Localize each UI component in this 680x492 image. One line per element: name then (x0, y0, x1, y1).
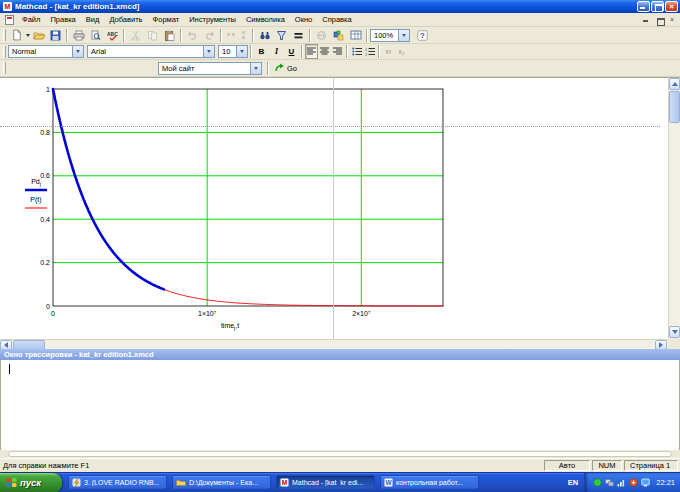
menu-window[interactable]: Окно (290, 14, 317, 25)
worksheet[interactable]: 01×10⁷2×10⁷10.80.60.40.20timej,tPdjP(t) (0, 77, 680, 349)
bullet-list-button[interactable] (350, 44, 363, 59)
tray-signal-icon[interactable] (617, 478, 626, 487)
minimize-button[interactable] (637, 1, 650, 12)
print-button[interactable] (70, 28, 87, 43)
tray-display-icon[interactable] (641, 478, 650, 487)
svg-text:1: 1 (46, 86, 50, 93)
toolbar-grip[interactable] (3, 29, 6, 41)
insert-table-button[interactable] (347, 28, 364, 43)
menu-file[interactable]: Файл (17, 14, 45, 25)
zoom-dropdown-icon[interactable] (398, 30, 409, 41)
scroll-up-button[interactable] (669, 78, 680, 90)
copy-button[interactable] (144, 28, 161, 43)
page-break-line (0, 126, 660, 127)
insert-function-button[interactable] (256, 28, 273, 43)
taskbar-task-winamp[interactable]: 3. (LOVE RADIO RNB... (68, 475, 167, 490)
window-titlebar: M Mathcad - [kat_kr edition1.xmcd] × (0, 0, 680, 13)
svg-text:0: 0 (51, 310, 55, 317)
style-dropdown-icon[interactable] (72, 46, 83, 57)
toolbar-grip[interactable] (3, 46, 6, 58)
child-minimize-button[interactable] (640, 15, 652, 25)
menu-insert[interactable]: Добавить (104, 14, 147, 25)
menu-tools[interactable]: Инструменты (184, 14, 241, 25)
vertical-scroll-thumb[interactable] (669, 91, 680, 123)
scroll-left-button[interactable] (0, 340, 12, 349)
child-restore-button[interactable] (653, 15, 665, 25)
language-indicator[interactable]: EN (562, 478, 584, 487)
menu-format[interactable]: Формат (148, 14, 185, 25)
go-button[interactable]: Go (271, 61, 301, 75)
cut-button[interactable] (127, 28, 144, 43)
vertical-scrollbar[interactable] (668, 78, 680, 339)
new-button[interactable] (8, 28, 25, 43)
status-bar: Для справки нажмите F1 Авто NUM Страница… (0, 458, 680, 472)
horizontal-scroll-thumb[interactable] (13, 340, 45, 349)
open-button[interactable] (30, 28, 47, 43)
trace-scroll-track[interactable] (8, 451, 672, 457)
font-select[interactable]: Arial (87, 45, 215, 58)
align-down-button[interactable] (237, 28, 250, 43)
resources-select[interactable]: Мой сайт (158, 62, 262, 75)
align-center-button[interactable] (318, 44, 331, 59)
redo-button[interactable] (201, 28, 218, 43)
child-close-button[interactable]: × (666, 15, 678, 25)
taskbar-task-explorer[interactable]: D:\Документы - Ека... (172, 475, 271, 490)
save-button[interactable] (47, 28, 64, 43)
start-button[interactable]: пуск (0, 473, 62, 492)
menu-symbolics[interactable]: Символика (241, 14, 290, 25)
menu-edit[interactable]: Правка (45, 14, 80, 25)
align-across-button[interactable] (224, 28, 237, 43)
subscript-button[interactable]: x₂ (395, 44, 408, 59)
taskbar-task-word[interactable]: W контрольная работ... (380, 475, 479, 490)
align-right-button[interactable] (331, 44, 344, 59)
insert-unit-icon (276, 30, 287, 41)
underline-button[interactable]: U (284, 45, 299, 59)
tray-download-manager-icon[interactable] (629, 478, 638, 487)
menu-help[interactable]: Справка (317, 14, 356, 25)
align-left-button[interactable] (305, 44, 318, 59)
resources-value: Мой сайт (159, 64, 250, 73)
folder-icon (176, 478, 186, 487)
svg-text:P(t): P(t) (30, 196, 41, 204)
trace-window-titlebar[interactable]: Окно трассировки - kat_kr edition1.xmcd (0, 349, 680, 360)
svg-text:M: M (282, 479, 287, 486)
word-icon: W (384, 478, 393, 487)
superscript-button[interactable]: x² (382, 44, 395, 59)
undo-button[interactable] (184, 28, 201, 43)
resources-dropdown-icon[interactable] (250, 63, 261, 74)
tray-clock[interactable]: 22:21 (656, 478, 675, 487)
mathcad-plot[interactable]: 01×10⁷2×10⁷10.80.60.40.20timej,tPdjP(t) (0, 78, 668, 339)
tray-network-icon[interactable] (605, 478, 614, 487)
insert-unit-button[interactable] (273, 28, 290, 43)
paste-button[interactable] (161, 28, 178, 43)
document-icon[interactable] (5, 15, 14, 25)
close-button[interactable]: × (665, 1, 678, 12)
trace-window-content[interactable] (0, 360, 680, 450)
help-button[interactable]: ? (414, 28, 431, 43)
numbered-list-button[interactable]: 12 (363, 44, 376, 59)
hyperlink-globe-icon (316, 30, 327, 41)
italic-button[interactable]: I (269, 45, 284, 59)
insert-component-button[interactable] (330, 28, 347, 43)
scroll-down-button[interactable] (669, 326, 680, 338)
bold-button[interactable]: B (254, 45, 269, 59)
toolbar-grip[interactable] (3, 62, 6, 74)
calculate-button[interactable] (290, 28, 307, 43)
svg-text:2×10⁷: 2×10⁷ (352, 310, 371, 317)
tray-green-status-icon[interactable] (593, 478, 602, 487)
zoom-select[interactable]: 100% (370, 29, 410, 42)
font-size-select[interactable]: 10 (218, 45, 248, 58)
horizontal-scrollbar[interactable] (0, 339, 668, 349)
style-select[interactable]: Normal (8, 45, 84, 58)
scroll-right-button[interactable] (655, 340, 667, 349)
restore-button[interactable] (651, 1, 664, 12)
menu-view[interactable]: Вид (81, 14, 105, 25)
font-dropdown-icon[interactable] (203, 46, 214, 57)
spell-check-button[interactable]: ABC (104, 28, 121, 43)
spell-check-icon: ABC (107, 30, 119, 41)
font-size-dropdown-icon[interactable] (236, 46, 247, 57)
trace-window-scrollbar[interactable] (0, 450, 680, 458)
insert-hyperlink-button[interactable] (313, 28, 330, 43)
taskbar-task-mathcad[interactable]: M Mathcad - [kat_kr edi... (276, 475, 375, 490)
print-preview-button[interactable] (87, 28, 104, 43)
